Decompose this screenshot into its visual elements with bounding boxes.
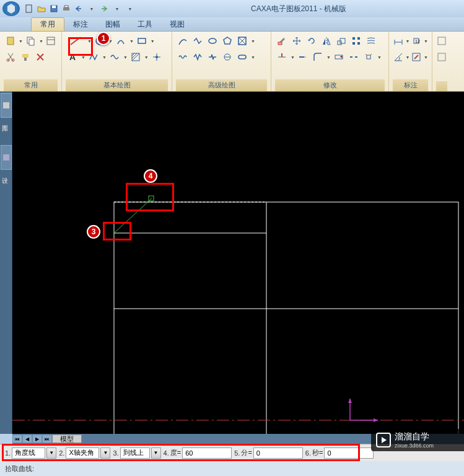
svg-rect-8 [47, 37, 55, 45]
array-icon[interactable] [349, 34, 363, 48]
input-1-dropdown-icon[interactable]: ▼ [46, 447, 56, 459]
window-title: CAXA电子图板2011 - 机械版 [136, 4, 462, 14]
arc-icon[interactable] [114, 34, 128, 48]
text-icon[interactable]: A [66, 50, 79, 64]
input-4-field[interactable] [182, 447, 232, 459]
explode-icon[interactable] [362, 50, 375, 64]
cut-icon[interactable] [4, 50, 17, 64]
extend-icon[interactable] [296, 50, 310, 64]
svg-text:12: 12 [415, 39, 420, 43]
menu-common[interactable]: 常用 [31, 17, 64, 32]
extra1-icon[interactable] [436, 34, 447, 48]
redo-dropdown-icon[interactable]: ▼ [112, 3, 123, 14]
svg-rect-3 [63, 7, 69, 11]
offset-icon[interactable] [364, 34, 378, 48]
ribbon-group-extra [432, 32, 451, 91]
menu-sheet[interactable]: 图幅 [97, 18, 129, 31]
open-icon[interactable] [36, 3, 47, 14]
input-6-field[interactable] [324, 447, 374, 459]
svg-rect-33 [338, 41, 341, 45]
save-icon[interactable] [48, 3, 59, 14]
copy-icon[interactable] [24, 34, 37, 48]
dim-angle-icon[interactable] [393, 50, 404, 64]
status-prompt: 拾取曲线: [5, 464, 34, 474]
slot-icon[interactable] [235, 50, 249, 64]
dim-linear-icon[interactable] [393, 34, 404, 48]
input-2-num: 2. [59, 449, 64, 457]
input-3-dropdown-icon[interactable]: ▼ [151, 447, 161, 459]
ribbon-label-extra [436, 81, 447, 91]
input-2-field[interactable] [66, 447, 99, 459]
menu-annotate[interactable]: 标注 [64, 18, 97, 31]
undo-dropdown-icon[interactable]: ▼ [86, 3, 97, 14]
fillet-icon[interactable] [311, 50, 325, 64]
panel-icon-1[interactable] [1, 93, 12, 118]
svg-rect-57 [3, 102, 9, 108]
dim-edit-icon[interactable] [411, 50, 422, 64]
svg-point-26 [209, 38, 216, 43]
workspace: 图库 设计 [0, 92, 464, 434]
scale-icon[interactable] [335, 34, 348, 48]
rect-icon[interactable] [135, 34, 149, 48]
menu-view[interactable]: 视图 [161, 18, 193, 31]
new-icon[interactable] [24, 3, 35, 14]
polygon-icon[interactable] [221, 34, 234, 48]
format-icon[interactable] [19, 50, 32, 64]
line-icon[interactable] [66, 34, 85, 48]
ribbon-label-advanced: 高级绘图 [176, 79, 267, 91]
input-3-field[interactable] [120, 447, 150, 459]
extra2-icon[interactable] [436, 50, 447, 64]
rotate-icon[interactable] [305, 34, 318, 48]
curve1-icon[interactable] [176, 34, 190, 48]
paste-icon[interactable] [4, 34, 17, 48]
zigzag-icon[interactable] [191, 50, 204, 64]
hatch-icon[interactable] [129, 50, 142, 64]
properties-icon[interactable] [45, 34, 58, 48]
erase-icon[interactable] [275, 34, 289, 48]
app-logo[interactable] [2, 1, 20, 16]
svg-line-20 [132, 53, 134, 56]
mirror-icon[interactable] [320, 34, 333, 48]
break-icon[interactable] [206, 50, 219, 64]
move-icon[interactable] [290, 34, 304, 48]
svg-rect-55 [438, 37, 445, 45]
panel-icon-2[interactable] [1, 145, 12, 170]
wave-icon[interactable] [176, 50, 190, 64]
undo-icon[interactable] [73, 3, 84, 14]
qat-customize-icon[interactable]: ▼ [125, 3, 136, 14]
drawing-canvas[interactable] [12, 92, 464, 434]
tab-model[interactable]: 模型 [52, 434, 82, 443]
print-icon[interactable] [61, 3, 72, 14]
break2-icon[interactable] [347, 50, 361, 64]
ribbon-label-common: 常用 [4, 79, 58, 91]
curve2-icon[interactable] [191, 34, 204, 48]
trim-icon[interactable] [275, 50, 289, 64]
tab-last-icon[interactable]: ⏭ [42, 434, 52, 443]
svg-rect-38 [357, 42, 360, 45]
hole-icon[interactable] [221, 50, 234, 64]
ribbon-label-modify: 修改 [275, 79, 385, 91]
redo-icon[interactable] [98, 3, 110, 14]
svg-point-11 [12, 59, 14, 61]
tab-first-icon[interactable]: ⏮ [12, 434, 22, 443]
svg-text:A: A [69, 52, 76, 62]
input-5-field[interactable] [253, 447, 303, 459]
tab-next-icon[interactable]: ▶ [32, 434, 42, 443]
svg-rect-13 [24, 58, 27, 61]
block-icon[interactable] [235, 34, 249, 48]
spline-icon[interactable] [108, 50, 121, 64]
polyline-icon[interactable] [87, 50, 100, 64]
delete-icon[interactable] [33, 50, 47, 64]
input-1-field[interactable] [12, 447, 45, 459]
svg-rect-66 [149, 196, 154, 201]
marker-4: 4 [144, 169, 157, 183]
input-2-dropdown-icon[interactable]: ▼ [100, 447, 110, 459]
svg-rect-31 [278, 42, 282, 45]
dim-coord-icon[interactable]: 12 [411, 34, 422, 48]
menu-tools[interactable]: 工具 [129, 18, 161, 31]
point-icon[interactable] [150, 50, 164, 64]
ellipse-icon[interactable] [206, 34, 219, 48]
tab-prev-icon[interactable]: ◀ [22, 434, 32, 443]
svg-line-48 [370, 54, 372, 55]
stretch-icon[interactable] [332, 50, 346, 64]
